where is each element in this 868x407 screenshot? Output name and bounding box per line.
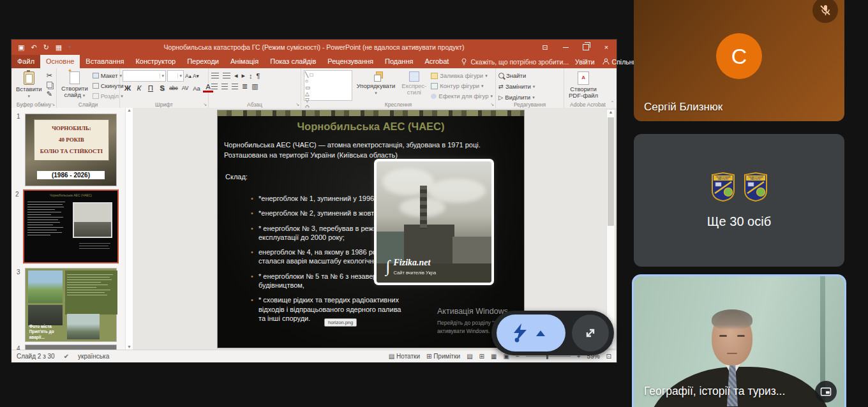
canvas-scrollbar[interactable]: ▲ ▲ ▼: [606, 109, 615, 349]
quick-styles-button[interactable]: Експрес-стилі: [400, 70, 428, 101]
underline-button[interactable]: П: [146, 84, 156, 92]
canvas-scroll-up-icon[interactable]: ▲: [609, 110, 613, 114]
tab-home[interactable]: Основне: [40, 55, 80, 68]
pill-caret-icon[interactable]: [536, 330, 545, 336]
tab-transitions[interactable]: Переходи: [181, 55, 225, 68]
strikethrough-button[interactable]: abc: [168, 85, 179, 91]
drawing-dialog-launcher[interactable]: ↘: [490, 102, 494, 107]
find-button[interactable]: Знайти: [498, 71, 535, 80]
layout-button[interactable]: Макет▾: [93, 71, 124, 80]
more-participants-tile[interactable]: ПЕДАГОГІЧНИЙ ФАКУЛЬТЕТ ПЕДАГОГІЧНИЙ ФАКУ…: [634, 134, 844, 267]
line-spacing-button[interactable]: ↕: [249, 72, 253, 80]
character-spacing-button[interactable]: AV: [180, 85, 190, 91]
view-sorter-button[interactable]: ⊞: [479, 353, 484, 360]
align-center-button[interactable]: [221, 84, 228, 89]
slide-thumbnail-1[interactable]: ЧОРНОБИЛЬ: 40 РОКІВ БОЛЮ ТА СТІЙКОСТІ (1…: [26, 114, 116, 186]
font-dialog-launcher[interactable]: ↘: [203, 102, 207, 107]
italic-button[interactable]: К: [134, 84, 144, 92]
participant-tile-serhii[interactable]: C Сергій Близнюк: [634, 0, 844, 121]
tab-view[interactable]: Подання: [379, 55, 419, 68]
shapes-gallery[interactable]: ╲ □ ○ ▭ △ ▽ ◇ ☆ { } ( ) ~ ⌒ ✩: [304, 70, 352, 101]
decor-text-line: [67, 274, 112, 275]
tab-file[interactable]: Файл: [11, 55, 40, 68]
create-pdf-button[interactable]: A СтворитиPDF-файл: [567, 70, 600, 101]
tab-slideshow[interactable]: Показ слайдів: [264, 55, 322, 68]
redo-icon[interactable]: ↻: [43, 43, 49, 52]
tab-acrobat[interactable]: Acrobat: [419, 55, 454, 68]
shrink-font-button[interactable]: A▾: [193, 73, 199, 79]
cut-icon[interactable]: ✂: [47, 71, 52, 80]
watermark-sub: Сайт вчителів Укра: [394, 270, 437, 276]
new-slide-label1: Створити: [61, 85, 88, 92]
increase-indent-button[interactable]: ▸: [242, 71, 246, 80]
canvas-scroll-thumb[interactable]: [608, 117, 614, 226]
collapse-ribbon-icon[interactable]: ˆ: [611, 100, 613, 107]
activation-line2: активувати Windows.: [437, 328, 490, 334]
tell-me-box[interactable]: Скажіть, що потрібно зробити...: [454, 55, 575, 68]
shape-fill-button[interactable]: Заливка фігури▾: [431, 71, 493, 80]
restore-button[interactable]: [576, 40, 596, 55]
bullets-button[interactable]: [211, 73, 219, 78]
section-label: Розділ: [101, 92, 119, 100]
ribbon-display-options-button[interactable]: ⊡: [535, 40, 555, 55]
decrease-indent-button[interactable]: ◂: [234, 71, 238, 80]
active-speaker-video-tile[interactable]: Географії, історії та туриз...: [632, 274, 846, 407]
qat-customize-icon[interactable]: ▾: [68, 45, 71, 50]
select-button[interactable]: ▷Виділити▾: [498, 93, 535, 101]
format-painter-icon[interactable]: ✎: [47, 90, 52, 98]
clipboard-dialog-launcher[interactable]: ↘: [51, 102, 55, 107]
expand-button[interactable]: [572, 314, 609, 352]
shape-outline-button[interactable]: Контур фігури▾: [431, 82, 493, 90]
picture-in-picture-button[interactable]: [815, 381, 837, 403]
columns-button[interactable]: ▥: [251, 82, 258, 91]
minimize-button[interactable]: [555, 40, 576, 55]
tab-insert[interactable]: Вставлання: [80, 55, 130, 68]
shape-effects-button[interactable]: Ефекти для фігур▾: [431, 92, 493, 100]
thumb-scroll-up-icon[interactable]: ▲: [127, 108, 131, 112]
bold-button[interactable]: Ж: [123, 84, 133, 92]
slide-thumbnail-3[interactable]: Фото міста Прип'ять до аварії...: [26, 269, 116, 341]
notes-button[interactable]: ▤ Нотатки: [389, 353, 420, 360]
start-slideshow-icon[interactable]: ▦: [56, 43, 62, 52]
font-size-combo[interactable]: ▾: [167, 70, 184, 82]
tab-design[interactable]: Конструктор: [130, 55, 181, 68]
slide-photo-frame[interactable]: ∫ Fizika.net Сайт вчителів Укра: [374, 159, 494, 285]
view-reading-button[interactable]: ▦: [491, 353, 497, 360]
view-normal-button[interactable]: ▤: [467, 353, 472, 360]
text-shadow-button[interactable]: S: [157, 84, 167, 92]
share-screen-pill[interactable]: [497, 314, 565, 352]
align-right-button[interactable]: [232, 84, 238, 89]
tab-animations[interactable]: Анімація: [225, 55, 264, 68]
close-button[interactable]: ×: [596, 40, 617, 55]
grow-font-button[interactable]: A▴: [185, 73, 191, 79]
slide2-mini-text: [27, 200, 67, 237]
sign-in-button[interactable]: Увійти: [575, 58, 595, 66]
numbering-button[interactable]: [223, 73, 230, 78]
replace-button[interactable]: ⇄Замінити▾: [498, 82, 535, 91]
arrange-button[interactable]: Упорядкувати ▾: [355, 70, 398, 101]
font-name-combo[interactable]: ▾: [123, 70, 166, 82]
save-icon[interactable]: ▣: [18, 43, 24, 52]
paste-button[interactable]: Вставити ▾: [14, 70, 44, 101]
paragraph-dialog-launcher[interactable]: ↘: [296, 102, 299, 107]
slide-editor[interactable]: Чорнобильська АЕС (ЧАЕС) Чорнобильська А…: [218, 110, 524, 348]
text-direction-button[interactable]: ¶: [257, 72, 260, 80]
new-slide-button[interactable]: Створитислайд ▾: [59, 70, 90, 101]
align-left-button[interactable]: [211, 84, 218, 89]
language-indicator[interactable]: українська: [78, 353, 109, 360]
slide3-photo-park: [28, 270, 63, 302]
slide2-mini-title: Чорнобильська АЕС (ЧАЕС): [24, 193, 117, 197]
section-button[interactable]: Розділ▾: [93, 92, 124, 100]
fit-to-window-button[interactable]: ⊡: [606, 353, 611, 360]
copy-icon[interactable]: [47, 82, 52, 88]
justify-button[interactable]: ≣: [242, 82, 248, 91]
reset-button[interactable]: Скинути: [93, 82, 124, 90]
building-right: [453, 237, 491, 263]
comments-button[interactable]: ⊞ Примітки: [426, 353, 460, 360]
spellcheck-icon[interactable]: ✔: [64, 353, 69, 360]
zoom-slider[interactable]: [526, 356, 571, 357]
change-case-button[interactable]: Aa: [191, 85, 202, 92]
tab-review[interactable]: Рецензування: [322, 55, 379, 68]
slide-thumbnail-2-selected[interactable]: Чорнобильська АЕС (ЧАЕС): [24, 191, 117, 262]
undo-icon[interactable]: ↶: [31, 43, 36, 52]
